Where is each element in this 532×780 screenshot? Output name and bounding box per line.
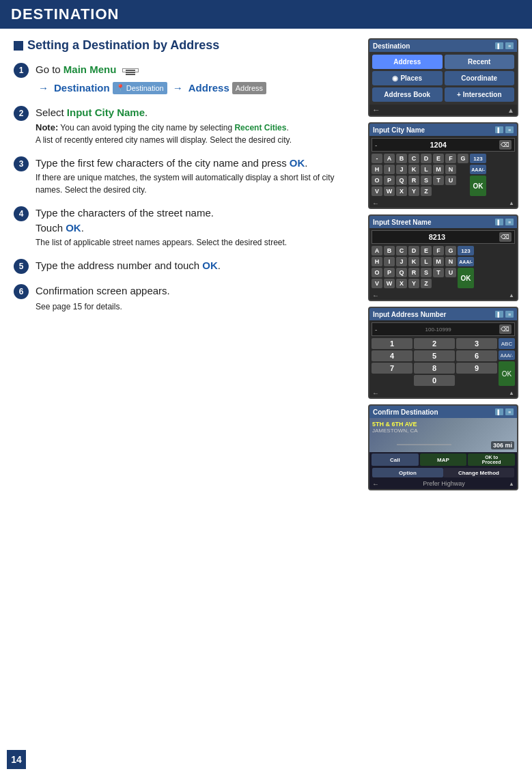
num-key-9[interactable]: 9 xyxy=(456,363,497,374)
abc-mode-btn[interactable]: ABC xyxy=(499,338,515,349)
key-l[interactable]: L xyxy=(421,165,432,174)
street-back-btn[interactable]: ← xyxy=(372,292,379,299)
st-key-y[interactable]: Y xyxy=(408,279,419,288)
city-back-btn[interactable]: ← xyxy=(372,199,379,207)
step-4-main: Type the characters of the street name. xyxy=(36,206,357,221)
st-key-k[interactable]: K xyxy=(408,257,419,266)
st-key-e[interactable]: E xyxy=(421,246,432,255)
key-u[interactable]: U xyxy=(445,176,456,185)
key-f[interactable]: F xyxy=(445,154,456,163)
num-key-0[interactable]: 0 xyxy=(414,375,455,386)
symbol-mode-btn[interactable]: AAA/- xyxy=(470,165,486,174)
address-btn[interactable]: Address xyxy=(372,55,443,69)
places-icon: ◉ xyxy=(392,74,398,82)
st-key-s[interactable]: S xyxy=(421,268,432,277)
key-t[interactable]: T xyxy=(433,176,444,185)
key-dash[interactable]: - xyxy=(372,154,382,163)
st-key-m[interactable]: M xyxy=(433,257,444,266)
key-w[interactable]: W xyxy=(384,186,395,196)
key-g[interactable]: G xyxy=(458,154,468,163)
call-btn[interactable]: Call xyxy=(372,454,419,466)
city-ok-btn[interactable]: OK xyxy=(470,176,486,196)
st-key-x[interactable]: X xyxy=(396,279,407,288)
st-key-w[interactable]: W xyxy=(384,279,395,288)
key-e[interactable]: E xyxy=(433,154,444,163)
st-key-l[interactable]: L xyxy=(421,257,432,266)
ok-proceed-btn[interactable]: OK toProceed xyxy=(468,454,515,466)
num-key-3[interactable]: 3 xyxy=(456,338,497,349)
step-3-main: Type the first few characters of the cit… xyxy=(36,156,357,171)
st-key-d[interactable]: D xyxy=(408,246,419,255)
key-y[interactable]: Y xyxy=(408,186,419,196)
change-method-btn[interactable]: Change Method xyxy=(443,468,514,477)
recent-btn[interactable]: Recent xyxy=(445,55,515,69)
key-q[interactable]: Q xyxy=(396,176,407,185)
key-r[interactable]: R xyxy=(408,176,419,185)
confirm-header-icons: ▌ ≡ xyxy=(495,408,514,415)
addr-backspace[interactable]: ⌫ xyxy=(499,324,512,334)
map-btn[interactable]: MAP xyxy=(420,454,467,466)
key-k[interactable]: K xyxy=(408,165,419,174)
st-key-v[interactable]: V xyxy=(372,279,382,288)
key-n[interactable]: N xyxy=(445,165,456,174)
st-key-p[interactable]: P xyxy=(384,268,395,277)
key-c[interactable]: C xyxy=(408,154,419,163)
key-x[interactable]: X xyxy=(396,186,407,196)
key-m[interactable]: M xyxy=(433,165,444,174)
st-key-t[interactable]: T xyxy=(433,268,444,277)
back-btn[interactable]: ← xyxy=(372,105,380,115)
st-key-n[interactable]: N xyxy=(445,257,456,266)
address-book-btn[interactable]: Address Book xyxy=(372,87,443,102)
places-btn[interactable]: ◉ Places xyxy=(372,71,443,85)
key-b[interactable]: B xyxy=(396,154,407,163)
st-key-z[interactable]: Z xyxy=(421,279,432,288)
key-v[interactable]: V xyxy=(372,186,382,196)
num-mode-btn[interactable]: 123 xyxy=(470,154,486,163)
option-btn[interactable]: Option xyxy=(372,468,443,477)
st-key-g[interactable]: G xyxy=(445,246,456,255)
step-2-note: Note: You can avoid typing the city name… xyxy=(36,121,357,147)
num-key-8[interactable]: 8 xyxy=(414,363,455,374)
street-header-icons: ▌ ≡ xyxy=(495,219,514,225)
backspace-key[interactable]: ⌫ xyxy=(499,140,512,150)
num-key-2[interactable]: 2 xyxy=(414,338,455,349)
key-p[interactable]: P xyxy=(384,176,395,185)
city-kbd-main: - A B C D E F G H I J xyxy=(372,154,515,196)
key-i[interactable]: I xyxy=(384,165,395,174)
key-s[interactable]: S xyxy=(421,176,432,185)
st-symbol-mode-btn[interactable]: AAA/- xyxy=(458,257,474,266)
st-key-r[interactable]: R xyxy=(408,268,419,277)
sym-mode-btn[interactable]: AAA/- xyxy=(499,350,515,360)
key-a[interactable]: A xyxy=(384,154,395,163)
st-key-h[interactable]: H xyxy=(372,257,382,266)
street-backspace-key[interactable]: ⌫ xyxy=(499,232,512,242)
confirm-back-btn[interactable]: ← xyxy=(372,480,379,488)
num-key-1[interactable]: 1 xyxy=(372,338,412,349)
st-key-q[interactable]: Q xyxy=(396,268,407,277)
key-z[interactable]: Z xyxy=(421,186,432,196)
st-key-b[interactable]: B xyxy=(384,246,395,255)
st-key-j[interactable]: J xyxy=(396,257,407,266)
st-key-c[interactable]: C xyxy=(396,246,407,255)
st-key-f[interactable]: F xyxy=(433,246,444,255)
key-h[interactable]: H xyxy=(372,165,382,174)
st-key-i[interactable]: I xyxy=(384,257,395,266)
key-o[interactable]: O xyxy=(372,176,382,185)
st-key-o[interactable]: O xyxy=(372,268,382,277)
num-key-7[interactable]: 7 xyxy=(372,363,412,374)
st-key-a[interactable]: A xyxy=(372,246,382,255)
intersection-btn[interactable]: + Intersection xyxy=(445,87,515,102)
st-num-mode-btn[interactable]: 123 xyxy=(458,246,474,255)
addr-num-back-btn[interactable]: ← xyxy=(372,389,379,397)
num-key-5[interactable]: 5 xyxy=(414,350,455,361)
addr-num-ok-btn[interactable]: OK xyxy=(499,361,515,386)
st-key-u[interactable]: U xyxy=(445,268,456,277)
confirm-scroll: ▲ xyxy=(509,481,514,487)
key-j[interactable]: J xyxy=(396,165,407,174)
key-d[interactable]: D xyxy=(421,154,432,163)
num-key-6[interactable]: 6 xyxy=(456,350,497,361)
num-key-4[interactable]: 4 xyxy=(372,350,412,361)
destination-label: Destination xyxy=(54,81,110,96)
coordinate-btn[interactable]: Coordinate xyxy=(445,71,515,85)
street-ok-btn[interactable]: OK xyxy=(458,268,474,288)
